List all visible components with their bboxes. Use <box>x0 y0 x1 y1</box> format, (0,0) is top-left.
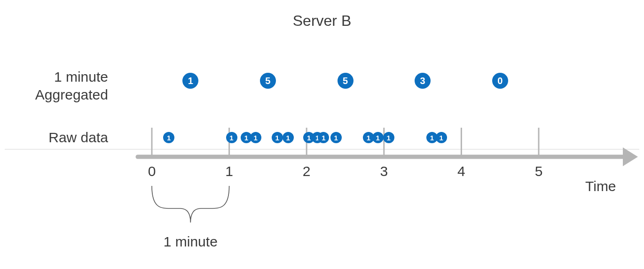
raw-dot-3: 1 <box>250 132 261 143</box>
interval-label: 1 minute <box>164 234 218 250</box>
raw-dot-11: 1 <box>372 132 384 143</box>
aggregated-dot-0: 1 <box>182 73 198 89</box>
aggregated-dot-4: 0 <box>492 73 508 89</box>
raw-dot-12: 1 <box>383 132 394 143</box>
aggregated-dot-2: 5 <box>338 73 353 89</box>
tick-label-1: 1 <box>225 163 233 179</box>
tick-label-3: 3 <box>380 163 388 179</box>
aggregated-dot-1: 5 <box>260 73 276 89</box>
row-label-aggregated-line2: Aggregated <box>35 87 108 102</box>
aggregated-dot-3: 3 <box>415 73 431 89</box>
diagram-title: Server B <box>0 12 644 30</box>
row-label-aggregated: 1 minute Aggregated <box>35 68 108 103</box>
tick-label-5: 5 <box>535 163 543 179</box>
raw-dot-1: 1 <box>226 132 237 143</box>
row-label-aggregated-line1: 1 minute <box>54 69 108 85</box>
tick-label-0: 0 <box>148 163 156 179</box>
raw-dot-8: 1 <box>318 132 329 143</box>
raw-dot-9: 1 <box>330 132 342 143</box>
row-label-raw: Raw data <box>48 130 108 146</box>
raw-dot-0: 1 <box>163 132 174 143</box>
tick-label-2: 2 <box>303 163 311 179</box>
axis-label-time: Time <box>585 178 616 194</box>
raw-dot-4: 1 <box>272 132 283 143</box>
tick-label-4: 4 <box>457 163 465 179</box>
raw-dot-5: 1 <box>283 132 294 143</box>
svg-marker-2 <box>623 147 638 166</box>
raw-dot-14: 1 <box>436 132 447 143</box>
